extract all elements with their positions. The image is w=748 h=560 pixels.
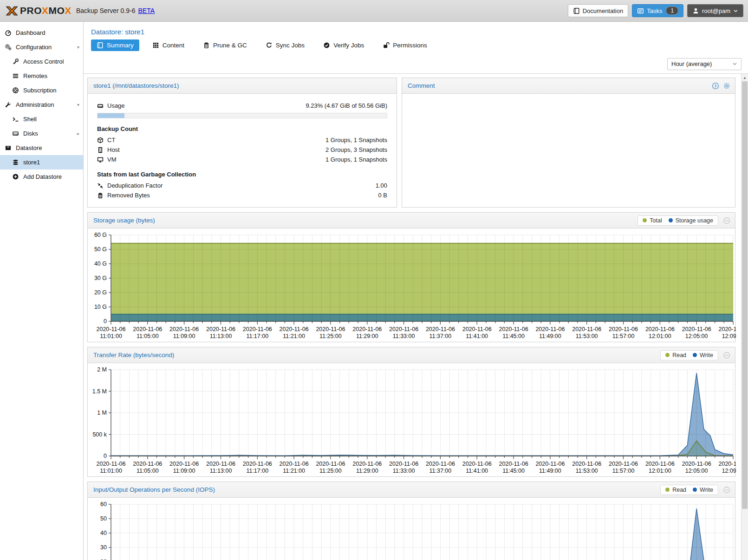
legend-item-write[interactable]: Write	[693, 487, 713, 493]
svg-text:2020-11-06: 2020-11-06	[609, 326, 638, 332]
svg-text:50: 50	[100, 515, 107, 522]
svg-text:2020-11-06: 2020-11-06	[645, 326, 675, 332]
scrollbar-thumb[interactable]	[742, 81, 748, 509]
sidebar-item-dashboard[interactable]: Dashboard	[0, 26, 83, 40]
documentation-button[interactable]: Documentation	[568, 4, 628, 17]
svg-text:11:25:00: 11:25:00	[319, 468, 342, 474]
plus-circle-icon	[12, 173, 19, 180]
svg-text:11:45:00: 11:45:00	[502, 333, 525, 339]
sidebar-item-label: Subscription	[23, 87, 57, 94]
legend-label: Read	[672, 352, 686, 358]
disk-icon	[12, 130, 19, 137]
svg-text:2020-11-06: 2020-11-06	[316, 326, 345, 332]
sidebar-item-store1[interactable]: store1	[0, 155, 83, 169]
tasks-label: Tasks	[647, 7, 662, 14]
tasks-icon	[637, 7, 644, 14]
svg-text:12:05:00: 12:05:00	[685, 333, 708, 339]
content-area: store1 (/mnt/datastores/store1) Usage 9.…	[84, 74, 741, 560]
comment-body[interactable]	[402, 94, 735, 207]
chart-legend: ReadWrite	[660, 485, 718, 495]
panel-title: Storage usage (bytes)	[93, 217, 155, 224]
sidebar-item-shell[interactable]: Shell	[0, 112, 83, 126]
gear-icon[interactable]	[723, 82, 730, 90]
svg-text:20 G: 20 G	[94, 289, 107, 296]
svg-text:40 G: 40 G	[94, 260, 107, 267]
legend-item-write[interactable]: Write	[693, 352, 713, 358]
scrollbar-up-arrow[interactable]: ▲	[741, 74, 748, 80]
chevron-down-icon	[732, 61, 737, 66]
check-circle-icon	[323, 42, 330, 49]
sync-icon	[266, 42, 273, 49]
row-value: 0 B	[378, 192, 387, 199]
key-icon	[12, 58, 19, 65]
proxmox-logo: PROXMOX	[6, 5, 72, 17]
svg-text:11:41:00: 11:41:00	[466, 468, 488, 474]
storage-usage-chart: 010 G20 G30 G40 G50 G60 G2020-11-0611:01…	[88, 228, 735, 341]
user-menu-button[interactable]: root@pam	[687, 4, 743, 17]
backup-count-heading: Backup Count	[97, 125, 387, 132]
legend-dot	[693, 353, 697, 357]
chevron-down-icon[interactable]: ▾	[77, 45, 79, 50]
tab-permissions[interactable]: Permissions	[377, 39, 433, 51]
legend-label: Write	[700, 487, 713, 493]
svg-text:2020-11-06: 2020-11-06	[389, 461, 418, 467]
tab-label: Prune & GC	[213, 42, 247, 49]
sidebar-item-remotes[interactable]: Remotes	[0, 69, 83, 83]
edit-comment-icon[interactable]	[712, 82, 719, 90]
book-icon	[97, 42, 104, 49]
row-value: 1 Groups, 1 Snapshots	[325, 156, 387, 163]
timeframe-select[interactable]: Hour (average)	[667, 58, 741, 70]
sidebar: DashboardConfiguration▾Access ControlRem…	[0, 22, 84, 560]
sidebar-item-label: Disks	[23, 130, 38, 137]
row-label: Removed Bytes	[107, 192, 150, 199]
chevron-down-icon	[733, 8, 738, 13]
legend-label: Total	[650, 217, 662, 224]
sidebar-item-access-control[interactable]: Access Control	[0, 54, 83, 69]
vertical-scrollbar[interactable]: ▲	[741, 74, 748, 560]
chevron-down-icon[interactable]: ▾	[77, 102, 79, 107]
sidebar-item-disks[interactable]: Disks▸	[0, 126, 83, 141]
svg-text:11:05:00: 11:05:00	[137, 333, 159, 339]
tab-summary[interactable]: Summary	[91, 39, 139, 51]
chart-legend: TotalStorage usage	[637, 215, 718, 226]
legend-item-read[interactable]: Read	[665, 487, 686, 493]
collapse-icon[interactable]	[723, 486, 730, 494]
legend-label: Read	[672, 487, 686, 493]
sidebar-item-label: store1	[23, 159, 40, 166]
legend-item-total[interactable]: Total	[643, 217, 662, 224]
sidebar-item-administration[interactable]: Administration▾	[0, 98, 83, 112]
sidebar-item-configuration[interactable]: Configuration▾	[0, 40, 83, 54]
chevron-right-icon[interactable]: ▸	[77, 131, 79, 136]
sidebar-item-add-datastore[interactable]: Add Datastore	[0, 169, 83, 184]
tab-verify-jobs[interactable]: Verify Jobs	[318, 39, 370, 51]
svg-text:11:21:00: 11:21:00	[283, 333, 305, 339]
svg-text:60 G: 60 G	[94, 232, 107, 238]
legend-item-storage-usage[interactable]: Storage usage	[669, 217, 713, 224]
terminal-icon	[12, 116, 19, 123]
legend-label: Storage usage	[676, 217, 713, 224]
datastore-summary-panel: store1 (/mnt/datastores/store1) Usage 9.…	[87, 78, 397, 208]
iops-chart: 01020304050602020-11-0611:01:002020-11-0…	[88, 498, 735, 560]
usage-progress-fill	[98, 113, 124, 118]
svg-text:40: 40	[100, 530, 107, 536]
svg-text:2020-11-06: 2020-11-06	[352, 326, 382, 332]
svg-text:30: 30	[100, 544, 107, 551]
tab-sync-jobs[interactable]: Sync Jobs	[260, 39, 310, 51]
svg-text:60: 60	[100, 501, 107, 508]
beta-link[interactable]: BETA	[138, 7, 155, 14]
hdd-icon	[97, 103, 104, 109]
row-value: 1 Groups, 1 Snapshots	[325, 137, 387, 143]
user-icon	[692, 7, 699, 14]
sidebar-item-subscription[interactable]: Subscription	[0, 83, 83, 98]
tab-prune-gc[interactable]: Prune & GC	[197, 39, 253, 51]
collapse-icon[interactable]	[723, 217, 730, 224]
tab-content[interactable]: Content	[147, 39, 190, 51]
sidebar-item-datastore[interactable]: Datastore	[0, 141, 83, 155]
collapse-icon[interactable]	[723, 352, 730, 359]
legend-item-read[interactable]: Read	[665, 352, 686, 358]
tasks-button[interactable]: Tasks 1	[632, 4, 683, 17]
page-title: Datastore: store1	[84, 22, 748, 39]
sidebar-item-label: Add Datastore	[23, 173, 62, 180]
sidebar-item-label: Datastore	[16, 144, 42, 151]
legend-dot	[643, 218, 647, 222]
